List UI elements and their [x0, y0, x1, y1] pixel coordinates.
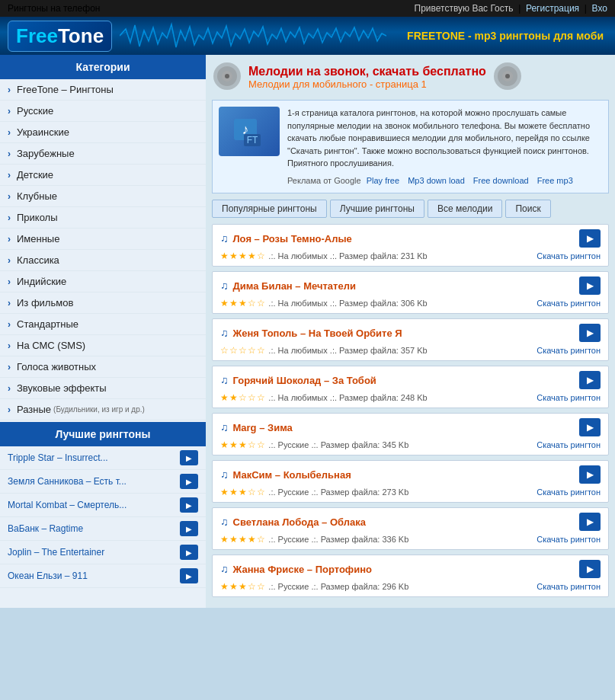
song-item: ♫ Лоя – Розы Темно-Алые ▶ ★★★★☆ .:. На л… [212, 224, 609, 267]
best-item-2: Земля Санникова – Есть т... ▶ [0, 470, 206, 494]
sidebar-item-jokes[interactable]: › Приколы [0, 207, 206, 229]
login-link[interactable]: Вхо [592, 3, 607, 14]
play-song-button[interactable]: ▶ [579, 371, 601, 389]
download-ringtone-link[interactable]: Скачать рингтон [537, 251, 601, 261]
category-label: Классика [17, 254, 59, 266]
arrow-icon: › [8, 127, 11, 138]
best-item-link[interactable]: Joplin – The Entertainer [8, 547, 180, 558]
song-title-link[interactable]: Женя Тополь – На Твоей Орбите Я [233, 328, 402, 339]
song-title-link[interactable]: Marg – Зима [233, 422, 293, 433]
download-ringtone-link[interactable]: Скачать рингтон [537, 582, 601, 591]
song-meta: .:. На любимых .:. Размер файла: 357 Kb [268, 346, 427, 355]
sidebar-item-standard[interactable]: › Стандартные [0, 314, 206, 335]
best-item-6: Океан Ельзи – 911 ▶ [0, 564, 206, 588]
song-list: ♫ Лоя – Розы Темно-Алые ▶ ★★★★☆ .:. На л… [212, 224, 609, 597]
category-label: Стандартные [17, 318, 78, 330]
song-meta: .:. Русские .:. Размер файла: 345 Kb [268, 440, 408, 449]
download-ringtone-link[interactable]: Скачать рингтон [537, 487, 601, 497]
download-ringtone-link[interactable]: Скачать рингтон [537, 440, 601, 449]
sidebar-item-misc[interactable]: › Разные (Будильники, из игр и др.) [0, 399, 206, 420]
main-layout: Категории › FreeTone – Рингтоны › Русски… [0, 55, 615, 608]
arrow-icon: › [8, 191, 11, 202]
popular-ringtones-button[interactable]: Популярные рингтоны [212, 200, 327, 218]
category-label: На СМС (SMS) [17, 340, 85, 351]
play-free-link[interactable]: Play free [367, 176, 399, 185]
sidebar-item-ukrainian[interactable]: › Украинские [0, 122, 206, 143]
mp3-download-link[interactable]: Mp3 down load [408, 176, 465, 185]
song-item: ♫ Женя Тополь – На Твоей Орбите Я ▶ ☆☆☆☆… [212, 318, 609, 361]
sidebar-item-sms[interactable]: › На СМС (SMS) [0, 335, 206, 356]
ad-label: Реклама от Google [287, 176, 361, 185]
song-title-link[interactable]: Светлана Лобода – Облака [233, 516, 366, 528]
sidebar-item-freetone[interactable]: › FreeTone – Рингтоны [0, 79, 206, 101]
arrow-icon: › [8, 255, 11, 266]
song-rating: ★★★★☆ [220, 251, 266, 261]
music-note-icon: ♫ [220, 421, 229, 433]
arrow-icon: › [8, 383, 11, 394]
download-ringtone-link[interactable]: Скачать рингтон [537, 346, 601, 355]
sidebar-item-name[interactable]: › Именные [0, 229, 206, 250]
sidebar-item-indian[interactable]: › Индийские [0, 271, 206, 292]
description-text: 1-я страница каталога рингтонов, на кото… [287, 107, 602, 187]
download-ringtone-link[interactable]: Скачать рингтон [537, 535, 601, 544]
sidebar: Категории › FreeTone – Рингтоны › Русски… [0, 55, 206, 608]
best-item-link[interactable]: Tripple Star – Insurrect... [8, 452, 180, 463]
play-song-button[interactable]: ▶ [579, 418, 601, 436]
play-button-small[interactable]: ▶ [180, 521, 198, 536]
download-ringtone-link[interactable]: Скачать рингтон [537, 299, 601, 308]
play-button-small[interactable]: ▶ [180, 568, 198, 583]
logo-free: Free [16, 24, 58, 47]
play-button-small[interactable]: ▶ [180, 497, 198, 513]
song-title-link[interactable]: Дима Билан – Мечтатели [233, 280, 356, 292]
music-note-icon: ♫ [220, 280, 229, 292]
search-button[interactable]: Поиск [505, 200, 550, 218]
category-label: Зарубежные [17, 148, 75, 159]
main-heading: Мелодии на звонок, скачать бесплатно [248, 65, 486, 78]
arrow-icon: › [8, 340, 11, 351]
best-item-link[interactable]: Mortal Kombat – Смертель... [8, 500, 180, 510]
song-item: ♫ Marg – Зима ▶ ★★★☆☆ .:. Русские .:. Ра… [212, 413, 609, 455]
song-title-link[interactable]: Лоя – Розы Темно-Алые [233, 233, 352, 245]
svg-point-3 [225, 74, 229, 78]
play-song-button[interactable]: ▶ [579, 465, 601, 484]
arrow-icon: › [8, 213, 11, 223]
sidebar-item-club[interactable]: › Клубные [0, 186, 206, 207]
best-item-link[interactable]: Океан Ельзи – 911 [8, 571, 180, 581]
free-mp3-link[interactable]: Free mp3 [537, 176, 573, 185]
play-song-button[interactable]: ▶ [579, 276, 601, 295]
sidebar-item-classic[interactable]: › Классика [0, 250, 206, 271]
download-ringtone-link[interactable]: Скачать рингтон [537, 393, 601, 402]
song-title-link[interactable]: МакСим – Колыбельная [233, 469, 351, 481]
play-song-button[interactable]: ▶ [579, 229, 601, 248]
song-meta: .:. На любимых .:. Размер файла: 231 Kb [268, 251, 427, 261]
sub-heading: Мелодии для мобильного - страница 1 [248, 78, 486, 90]
song-title-link[interactable]: Горячий Шоколад – За Тобой [233, 375, 376, 386]
sidebar-item-foreign[interactable]: › Зарубежные [0, 143, 206, 165]
arrow-icon: › [8, 170, 11, 181]
all-melodies-button[interactable]: Все мелодии [428, 200, 503, 218]
best-item-link[interactable]: Земля Санникова – Есть т... [8, 476, 180, 487]
sidebar-item-movies[interactable]: › Из фильмов [0, 292, 206, 314]
category-label: Звуковые эффекты [17, 382, 107, 394]
best-ringtones-button[interactable]: Лучшие рингтоны [330, 200, 424, 218]
play-button-small[interactable]: ▶ [180, 474, 198, 489]
sidebar-item-children[interactable]: › Детские [0, 165, 206, 186]
play-button-small[interactable]: ▶ [180, 450, 198, 465]
sidebar-item-russian[interactable]: › Русские [0, 101, 206, 122]
register-link[interactable]: Регистрация [526, 3, 579, 14]
play-song-button[interactable]: ▶ [579, 324, 601, 342]
play-song-button[interactable]: ▶ [579, 513, 601, 531]
free-download-link[interactable]: Free download [473, 176, 529, 185]
logo-tone: Tone [58, 24, 104, 47]
sidebar-item-animals[interactable]: › Голоса животных [0, 356, 206, 378]
music-note-icon: ♫ [220, 563, 229, 575]
svg-point-7 [505, 74, 510, 78]
song-title-link[interactable]: Жанна Фриске – Портофино [233, 564, 372, 575]
waveform-decoration [120, 21, 386, 50]
description-box: ♪ FT 1-я страница каталога рингтонов, на… [212, 100, 609, 193]
sidebar-item-sounds[interactable]: › Звуковые эффекты [0, 378, 206, 399]
play-song-button[interactable]: ▶ [579, 560, 601, 578]
best-item-link[interactable]: ВаБанк – Ragtime [8, 523, 180, 534]
play-button-small[interactable]: ▶ [180, 545, 198, 560]
arrow-icon: › [8, 234, 11, 245]
